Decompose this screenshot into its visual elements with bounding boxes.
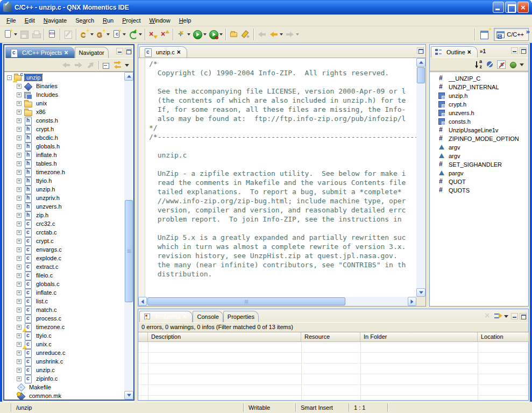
close-icon[interactable] <box>65 49 70 56</box>
tree-item[interactable]: + Includes <box>4 90 124 99</box>
dropdown-arrow-icon[interactable] <box>90 33 94 35</box>
tree-item[interactable]: + x86 <box>4 108 124 116</box>
view-tab[interactable]: Properties <box>223 311 259 322</box>
outline-item[interactable]: ZIPINFO_MODE_OPTION <box>430 134 528 143</box>
tree-expander[interactable]: + <box>17 342 22 347</box>
tree-item[interactable]: Makefile <box>4 383 124 391</box>
tree-item[interactable]: + unzvers.h <box>4 202 124 211</box>
outline-item[interactable]: QUOT <box>430 177 528 186</box>
column-header[interactable]: Resource <box>301 332 360 341</box>
dropdown-arrow-icon[interactable] <box>203 33 207 35</box>
forward-button[interactable] <box>284 28 300 41</box>
new-wizard-button[interactable] <box>2 28 18 41</box>
tree-item[interactable]: + explode.c <box>4 254 124 262</box>
tree-item[interactable]: + ttyio.c <box>4 331 124 340</box>
scroll-down-button[interactable] <box>416 288 425 297</box>
tree-item[interactable]: + unreduce.c <box>4 348 124 357</box>
tree-expander[interactable]: + <box>17 213 22 218</box>
tree-expander[interactable]: + <box>17 290 22 295</box>
tree-expander[interactable]: + <box>17 282 22 287</box>
dropdown-arrow-icon[interactable] <box>187 33 190 35</box>
new-c-file-button[interactable] <box>111 28 127 41</box>
tree-expander[interactable]: + <box>17 161 22 166</box>
view-tab[interactable]: Navigator <box>75 47 109 58</box>
minimize-view-icon[interactable] <box>511 313 518 319</box>
column-header[interactable]: In Folder <box>360 332 478 341</box>
view-tab[interactable]: Console <box>193 311 223 322</box>
last-edit-location-button[interactable] <box>256 28 268 41</box>
minimize-button[interactable] <box>493 2 504 13</box>
toolbar-overflow-chevron[interactable]: » <box>526 27 530 35</box>
open-resource-button[interactable] <box>228 28 240 41</box>
editor-marker-ruler[interactable] <box>138 58 145 297</box>
tree-item[interactable]: + zipinfo.c <box>4 374 124 383</box>
scrollbar-thumb[interactable] <box>125 200 133 302</box>
tree-expander[interactable]: + <box>17 153 22 158</box>
tree-item[interactable]: + unzip.h <box>4 185 124 194</box>
tree-item[interactable]: + globals.c <box>4 280 124 288</box>
editor-horizontal-scrollbar[interactable] <box>138 297 416 306</box>
scroll-up-button[interactable] <box>416 58 425 67</box>
tree-item[interactable]: + match.c <box>4 305 124 314</box>
tree-item[interactable]: + unix.c <box>4 340 124 348</box>
editor-vertical-scrollbar[interactable] <box>416 58 425 297</box>
tree-item[interactable]: + envargs.c <box>4 245 124 254</box>
outline-item[interactable]: pargv <box>430 169 528 177</box>
tree-item[interactable]: + Binaries <box>4 82 124 90</box>
menu-item[interactable]: Project <box>118 16 145 25</box>
close-button[interactable] <box>517 2 529 13</box>
code-area[interactable]: /* Copyright (c) 1990-2004 Info-ZIP. All… <box>146 59 416 297</box>
tree-expander[interactable]: + <box>17 239 22 244</box>
delete-icon[interactable] <box>484 312 492 321</box>
column-header[interactable]: Location <box>478 332 529 341</box>
tree-expander[interactable]: + <box>17 247 22 252</box>
tree-forward-icon[interactable] <box>74 60 83 70</box>
tree-item[interactable]: + unshrink.c <box>4 357 124 366</box>
outline-item[interactable]: __UNZIP_C <box>430 74 528 83</box>
tree-item[interactable]: + timezone.h <box>4 168 124 176</box>
column-header[interactable] <box>138 332 148 341</box>
dropdown-arrow-icon[interactable] <box>14 33 17 35</box>
filter-icon[interactable] <box>494 312 502 321</box>
tree-expander[interactable]: + <box>17 196 22 201</box>
collapse-all-icon[interactable] <box>102 61 111 69</box>
outline-item[interactable]: unzip.h <box>430 91 528 100</box>
tree-item[interactable]: + unzip.c <box>4 366 124 374</box>
menu-item[interactable]: Search <box>71 16 98 25</box>
maximize-view-icon[interactable] <box>520 47 527 54</box>
tree-item[interactable]: + list.c <box>4 297 124 305</box>
tree-item[interactable]: + zip.h <box>4 211 124 219</box>
dropdown-arrow-icon[interactable] <box>139 33 142 35</box>
view-menu-icon[interactable] <box>125 61 130 69</box>
scroll-down-button[interactable] <box>124 391 133 400</box>
tree-expander[interactable]: + <box>17 170 22 175</box>
menu-item[interactable]: File <box>2 16 20 25</box>
tree-item[interactable]: common.mk <box>4 391 124 400</box>
hide-fields-icon[interactable] <box>486 60 494 69</box>
binary-parser-button[interactable] <box>46 28 58 41</box>
tree-expander[interactable]: + <box>17 136 22 140</box>
toggle-mark-occurrences-button[interactable] <box>240 28 252 41</box>
scroll-right-button[interactable] <box>408 297 416 306</box>
outline-item[interactable]: unzvers.h <box>430 109 528 117</box>
tree-expander[interactable]: + <box>17 127 22 132</box>
tree-item[interactable]: + extract.c <box>4 262 124 271</box>
new-c-project-button[interactable]: C <box>79 28 95 41</box>
link-with-editor-icon[interactable] <box>114 61 122 69</box>
outline-item[interactable]: argv <box>430 143 528 152</box>
menu-item[interactable]: Navigate <box>39 16 71 25</box>
minimize-view-icon[interactable] <box>116 48 123 54</box>
dropdown-arrow-icon[interactable] <box>107 33 110 35</box>
tree-expander[interactable]: + <box>17 316 22 321</box>
run-button[interactable] <box>191 28 208 41</box>
scroll-up-button[interactable] <box>124 72 133 81</box>
tree-item[interactable]: + crctab.c <box>4 228 124 237</box>
scrollbar-thumb[interactable] <box>147 297 345 305</box>
hidden-views-chevron[interactable]: »1 <box>480 48 486 54</box>
tree-expander[interactable]: + <box>17 368 22 373</box>
menu-item[interactable]: Help <box>175 16 196 25</box>
include-in-build-button[interactable] <box>159 28 171 41</box>
tree-back-icon[interactable] <box>61 60 71 70</box>
view-menu-icon[interactable] <box>504 312 509 321</box>
tree-expander[interactable]: + <box>17 222 22 226</box>
